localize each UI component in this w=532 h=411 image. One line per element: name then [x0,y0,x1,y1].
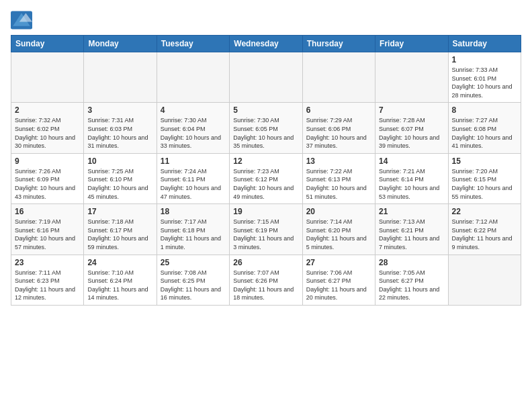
day-info: Sunrise: 7:22 AM Sunset: 6:13 PM Dayligh… [306,167,371,201]
calendar-cell [375,52,448,103]
calendar-cell: 26Sunrise: 7:07 AM Sunset: 6:26 PM Dayli… [230,255,302,305]
day-number: 1 [452,55,517,64]
day-info: Sunrise: 7:30 AM Sunset: 6:05 PM Dayligh… [233,116,298,150]
day-number: 24 [87,258,152,267]
calendar-cell: 1Sunrise: 7:33 AM Sunset: 6:01 PM Daylig… [448,52,521,103]
calendar-cell: 13Sunrise: 7:22 AM Sunset: 6:13 PM Dayli… [302,153,375,203]
day-number: 22 [452,207,517,216]
day-info: Sunrise: 7:24 AM Sunset: 6:11 PM Dayligh… [161,167,226,201]
day-info: Sunrise: 7:05 AM Sunset: 6:27 PM Dayligh… [379,269,444,302]
calendar-cell [302,52,375,103]
calendar-cell [230,52,302,103]
calendar-cell: 17Sunrise: 7:18 AM Sunset: 6:17 PM Dayli… [84,204,157,255]
page-header [11,11,521,30]
day-info: Sunrise: 7:26 AM Sunset: 6:09 PM Dayligh… [15,167,80,201]
calendar-cell: 25Sunrise: 7:08 AM Sunset: 6:25 PM Dayli… [157,255,229,305]
calendar-week-row: 1Sunrise: 7:33 AM Sunset: 6:01 PM Daylig… [11,52,521,103]
day-info: Sunrise: 7:15 AM Sunset: 6:19 PM Dayligh… [233,218,298,251]
calendar-week-row: 9Sunrise: 7:26 AM Sunset: 6:09 PM Daylig… [11,153,521,203]
calendar-cell: 20Sunrise: 7:14 AM Sunset: 6:20 PM Dayli… [302,204,375,255]
day-number: 27 [306,258,371,267]
day-number: 7 [379,105,444,115]
calendar-cell: 16Sunrise: 7:19 AM Sunset: 6:16 PM Dayli… [11,204,84,255]
day-info: Sunrise: 7:13 AM Sunset: 6:21 PM Dayligh… [379,218,444,251]
calendar-cell: 22Sunrise: 7:12 AM Sunset: 6:22 PM Dayli… [448,204,521,255]
day-info: Sunrise: 7:21 AM Sunset: 6:14 PM Dayligh… [379,167,444,201]
weekday-header: Tuesday [157,36,229,52]
day-number: 6 [306,105,371,115]
calendar-cell: 14Sunrise: 7:21 AM Sunset: 6:14 PM Dayli… [375,153,448,203]
calendar-cell: 7Sunrise: 7:28 AM Sunset: 6:07 PM Daylig… [375,103,448,153]
calendar-cell: 27Sunrise: 7:06 AM Sunset: 6:27 PM Dayli… [302,255,375,305]
day-number: 14 [379,156,444,166]
weekday-header-row: SundayMondayTuesdayWednesdayThursdayFrid… [11,36,521,52]
calendar-cell: 28Sunrise: 7:05 AM Sunset: 6:27 PM Dayli… [375,255,448,305]
weekday-header: Friday [375,36,448,52]
weekday-header: Monday [84,36,157,52]
day-number: 4 [161,105,226,115]
calendar-cell [11,52,84,103]
day-number: 21 [379,207,444,216]
day-number: 23 [15,258,80,267]
day-number: 18 [161,207,226,216]
calendar-cell: 4Sunrise: 7:30 AM Sunset: 6:04 PM Daylig… [157,103,229,153]
day-number: 2 [15,105,80,115]
day-info: Sunrise: 7:29 AM Sunset: 6:06 PM Dayligh… [306,116,371,150]
day-number: 17 [87,207,152,216]
day-info: Sunrise: 7:06 AM Sunset: 6:27 PM Dayligh… [306,269,371,302]
calendar-week-row: 23Sunrise: 7:11 AM Sunset: 6:23 PM Dayli… [11,255,521,305]
day-info: Sunrise: 7:32 AM Sunset: 6:02 PM Dayligh… [15,116,80,150]
calendar-cell [84,52,157,103]
calendar-cell: 3Sunrise: 7:31 AM Sunset: 6:03 PM Daylig… [84,103,157,153]
weekday-header: Sunday [11,36,84,52]
day-info: Sunrise: 7:27 AM Sunset: 6:08 PM Dayligh… [452,116,517,150]
calendar-cell: 19Sunrise: 7:15 AM Sunset: 6:19 PM Dayli… [230,204,302,255]
calendar-week-row: 2Sunrise: 7:32 AM Sunset: 6:02 PM Daylig… [11,103,521,153]
logo-icon [11,11,32,30]
weekday-header: Saturday [448,36,521,52]
day-info: Sunrise: 7:18 AM Sunset: 6:17 PM Dayligh… [87,218,152,251]
calendar-cell: 18Sunrise: 7:17 AM Sunset: 6:18 PM Dayli… [157,204,229,255]
calendar-cell: 21Sunrise: 7:13 AM Sunset: 6:21 PM Dayli… [375,204,448,255]
day-info: Sunrise: 7:11 AM Sunset: 6:23 PM Dayligh… [15,269,80,302]
day-info: Sunrise: 7:31 AM Sunset: 6:03 PM Dayligh… [87,116,152,150]
day-info: Sunrise: 7:30 AM Sunset: 6:04 PM Dayligh… [161,116,226,150]
day-number: 12 [233,156,298,166]
day-number: 9 [15,156,80,166]
calendar-cell [157,52,229,103]
weekday-header: Wednesday [230,36,302,52]
day-number: 8 [452,105,517,115]
calendar-cell: 2Sunrise: 7:32 AM Sunset: 6:02 PM Daylig… [11,103,84,153]
day-number: 28 [379,258,444,267]
day-number: 15 [452,156,517,166]
day-number: 19 [233,207,298,216]
day-info: Sunrise: 7:20 AM Sunset: 6:15 PM Dayligh… [452,167,517,201]
day-info: Sunrise: 7:07 AM Sunset: 6:26 PM Dayligh… [233,269,298,302]
day-info: Sunrise: 7:28 AM Sunset: 6:07 PM Dayligh… [379,116,444,150]
weekday-header: Thursday [302,36,375,52]
day-number: 3 [87,105,152,115]
calendar-cell: 6Sunrise: 7:29 AM Sunset: 6:06 PM Daylig… [302,103,375,153]
day-number: 10 [87,156,152,166]
calendar-cell: 15Sunrise: 7:20 AM Sunset: 6:15 PM Dayli… [448,153,521,203]
day-info: Sunrise: 7:08 AM Sunset: 6:25 PM Dayligh… [161,269,226,302]
day-number: 5 [233,105,298,115]
day-info: Sunrise: 7:25 AM Sunset: 6:10 PM Dayligh… [87,167,152,201]
day-number: 26 [233,258,298,267]
calendar-cell: 5Sunrise: 7:30 AM Sunset: 6:05 PM Daylig… [230,103,302,153]
calendar-cell [448,255,521,305]
day-info: Sunrise: 7:14 AM Sunset: 6:20 PM Dayligh… [306,218,371,251]
calendar-cell: 12Sunrise: 7:23 AM Sunset: 6:12 PM Dayli… [230,153,302,203]
day-info: Sunrise: 7:19 AM Sunset: 6:16 PM Dayligh… [15,218,80,251]
day-number: 11 [161,156,226,166]
day-info: Sunrise: 7:12 AM Sunset: 6:22 PM Dayligh… [452,218,517,251]
calendar-cell: 10Sunrise: 7:25 AM Sunset: 6:10 PM Dayli… [84,153,157,203]
calendar-cell: 11Sunrise: 7:24 AM Sunset: 6:11 PM Dayli… [157,153,229,203]
day-number: 13 [306,156,371,166]
calendar-cell: 23Sunrise: 7:11 AM Sunset: 6:23 PM Dayli… [11,255,84,305]
day-info: Sunrise: 7:33 AM Sunset: 6:01 PM Dayligh… [452,66,517,99]
calendar-cell: 9Sunrise: 7:26 AM Sunset: 6:09 PM Daylig… [11,153,84,203]
day-number: 16 [15,207,80,216]
calendar-cell: 24Sunrise: 7:10 AM Sunset: 6:24 PM Dayli… [84,255,157,305]
day-number: 25 [161,258,226,267]
